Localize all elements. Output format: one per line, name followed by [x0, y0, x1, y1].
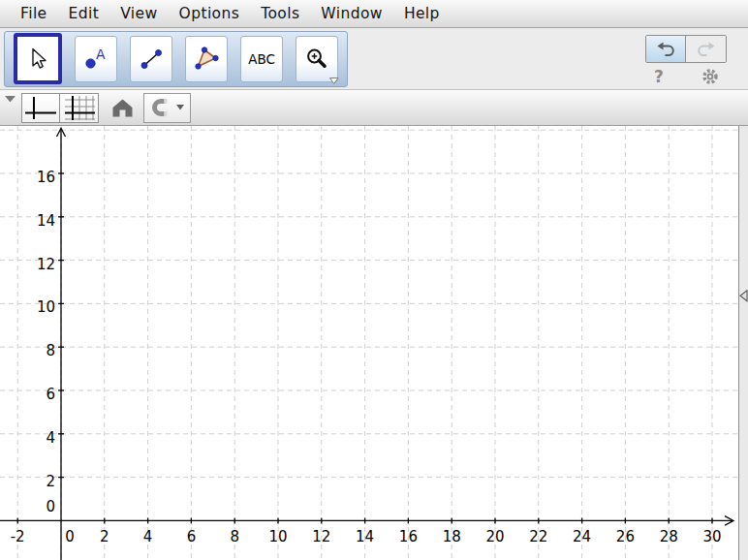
axes-icon	[24, 95, 57, 121]
svg-text:18: 18	[443, 528, 461, 545]
axis-tick-labels: -202468101214161820222426283002468101214…	[11, 169, 722, 545]
svg-text:24: 24	[573, 528, 591, 545]
tool-bar: A ABC	[0, 28, 748, 90]
svg-text:26: 26	[616, 528, 635, 545]
point-capturing-button[interactable]	[143, 93, 191, 123]
text-abc-icon: ABC	[244, 47, 279, 72]
graphics-view: -202468101214161820222426283002468101214…	[0, 126, 748, 560]
svg-text:10: 10	[268, 528, 287, 545]
magnet-icon	[151, 97, 172, 118]
svg-text:14: 14	[37, 212, 55, 230]
triangle-left-icon[interactable]	[739, 290, 748, 302]
svg-text:16: 16	[37, 169, 55, 186]
svg-text:12: 12	[312, 528, 330, 545]
grid-icon	[63, 95, 96, 121]
svg-text:4: 4	[143, 528, 153, 545]
axes	[0, 129, 733, 560]
polygon-icon	[193, 47, 220, 72]
toolbar-right-group: ?	[645, 35, 727, 86]
tool-zoom-in[interactable]	[296, 36, 338, 82]
svg-text:8: 8	[230, 528, 239, 545]
svg-text:28: 28	[660, 528, 678, 545]
svg-text:8: 8	[46, 342, 55, 359]
tool-text[interactable]: ABC	[240, 36, 283, 82]
menu-item-edit[interactable]: Edit	[58, 2, 110, 25]
tool-point[interactable]: A	[75, 36, 117, 82]
svg-text:-2: -2	[11, 528, 25, 545]
menu-item-view[interactable]: View	[109, 2, 168, 25]
undo-button[interactable]	[646, 36, 686, 62]
tool-move[interactable]	[14, 33, 62, 84]
menu-item-options[interactable]: Options	[169, 2, 251, 25]
geogebra-window: File Edit View Options Tools Window Help…	[0, 0, 748, 560]
point-icon: A	[83, 47, 109, 72]
style-bar	[0, 90, 748, 126]
cursor-arrow-icon	[25, 47, 50, 72]
svg-text:0: 0	[46, 498, 55, 515]
svg-text:22: 22	[529, 528, 547, 545]
svg-text:16: 16	[399, 528, 418, 545]
svg-text:20: 20	[485, 528, 504, 545]
svg-text:ABC: ABC	[248, 51, 275, 67]
svg-text:2: 2	[46, 473, 55, 490]
magnifier-plus-icon	[304, 47, 329, 72]
gear-icon[interactable]	[701, 67, 720, 86]
redo-arrow-icon	[696, 40, 717, 58]
svg-text:0: 0	[65, 528, 75, 545]
svg-text:2: 2	[100, 528, 109, 545]
home-icon	[110, 98, 135, 118]
redo-button[interactable]	[686, 36, 726, 62]
help-icon[interactable]: ?	[654, 67, 664, 86]
graphics-canvas[interactable]: -202468101214161820222426283002468101214…	[0, 126, 738, 560]
menu-item-help[interactable]: Help	[393, 2, 451, 25]
show-grid-button[interactable]	[60, 93, 99, 123]
svg-text:14: 14	[356, 528, 374, 545]
side-panel-strip	[738, 126, 748, 560]
tool-polygon[interactable]	[185, 36, 228, 82]
svg-text:4: 4	[46, 429, 55, 447]
svg-text:12: 12	[37, 256, 55, 273]
undo-redo-group	[645, 35, 727, 63]
undo-arrow-icon	[655, 40, 676, 58]
grid-lines	[0, 126, 738, 560]
svg-text:30: 30	[702, 528, 721, 545]
svg-text:6: 6	[46, 386, 55, 403]
tool-segment[interactable]	[130, 36, 172, 82]
chevron-down-icon[interactable]	[5, 96, 16, 103]
menu-item-file[interactable]: File	[10, 2, 58, 25]
toolbar-help-settings-row: ?	[645, 63, 727, 86]
svg-text:6: 6	[187, 528, 197, 545]
segment-icon	[139, 47, 164, 72]
menu-item-tools[interactable]: Tools	[250, 2, 310, 25]
tool-dropdown-triangle-icon[interactable]	[329, 78, 339, 85]
show-axes-button[interactable]	[21, 93, 60, 123]
svg-text:10: 10	[37, 298, 55, 316]
menu-bar: File Edit View Options Tools Window Help	[0, 0, 748, 28]
tool-button-panel: A ABC	[4, 31, 348, 87]
magnet-dropdown-icon	[176, 105, 184, 110]
svg-text:A: A	[96, 47, 106, 62]
menu-item-window[interactable]: Window	[310, 2, 393, 25]
standard-view-button[interactable]	[108, 93, 137, 123]
